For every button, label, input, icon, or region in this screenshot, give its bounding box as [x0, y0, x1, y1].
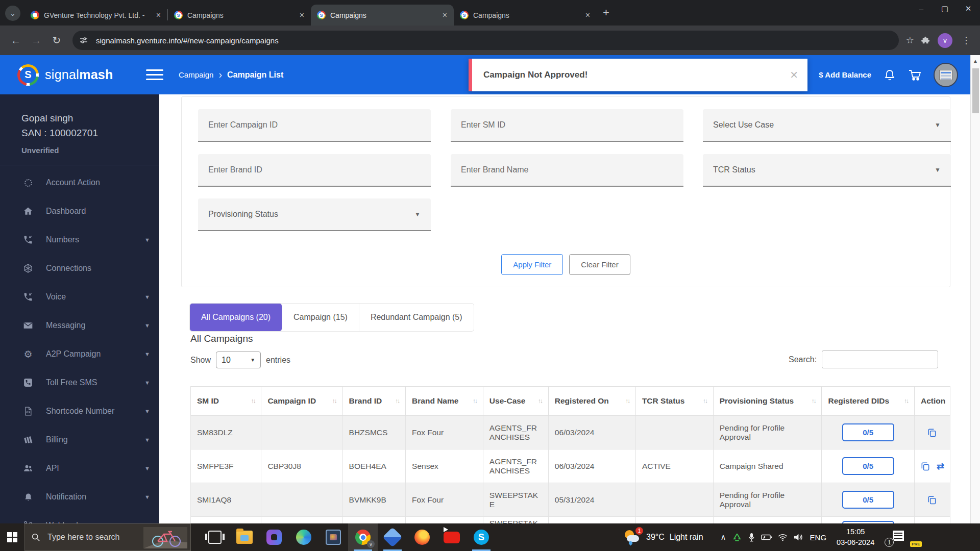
- search-input[interactable]: [822, 350, 938, 368]
- tab-close-icon[interactable]: ×: [441, 11, 449, 20]
- close-window-button[interactable]: ✕: [957, 0, 980, 17]
- col-campaign-id[interactable]: Campaign ID↑↓: [261, 387, 342, 416]
- browser-tab-gventure[interactable]: GVenture Technology Pvt. Ltd. - ×: [24, 5, 167, 26]
- sort-icon[interactable]: ↑↓: [703, 397, 707, 405]
- registered-dids-button[interactable]: 0/5: [842, 491, 894, 509]
- teams-app-button[interactable]: [378, 523, 407, 551]
- sort-icon[interactable]: ↑↓: [473, 397, 477, 405]
- sidebar-item-account-action[interactable]: Account Action: [0, 168, 159, 197]
- scroll-up-icon[interactable]: ▲: [971, 55, 980, 64]
- tab-campaign[interactable]: Campaign (15): [282, 304, 359, 331]
- edge-button[interactable]: [289, 523, 318, 551]
- user-avatar[interactable]: [934, 63, 958, 87]
- taskbar-search[interactable]: [24, 523, 191, 551]
- volume-icon[interactable]: [793, 533, 803, 541]
- apply-filter-button[interactable]: Apply Filter: [501, 254, 563, 275]
- notifications-bell-icon[interactable]: [884, 69, 896, 81]
- chrome-button[interactable]: v: [348, 523, 378, 551]
- skype-button[interactable]: S: [467, 523, 496, 551]
- sort-icon[interactable]: ↑↓: [251, 397, 255, 405]
- maximize-button[interactable]: ▢: [933, 0, 957, 17]
- address-bar[interactable]: signalmash.gventure.info/#/new-campaign/…: [72, 31, 899, 50]
- site-info-icon[interactable]: [77, 33, 91, 47]
- copy-campaign-icon[interactable]: [920, 461, 930, 471]
- taskbar-search-input[interactable]: [46, 532, 133, 542]
- copy-campaign-icon[interactable]: [927, 428, 937, 438]
- browser-tab-campaigns-3[interactable]: Campaigns ×: [454, 5, 597, 26]
- sidebar-item-notification[interactable]: Notification ▼: [0, 483, 159, 511]
- tcr-status-select[interactable]: TCR Status ▼: [703, 154, 951, 187]
- tab-close-icon[interactable]: ×: [155, 11, 162, 20]
- youtube-button[interactable]: [437, 523, 467, 551]
- use-case-select[interactable]: Select Use Case ▼: [703, 109, 951, 142]
- registered-dids-button[interactable]: 0/5: [842, 457, 894, 475]
- battery-icon[interactable]: [761, 534, 772, 541]
- minimize-button[interactable]: –: [910, 0, 933, 17]
- language-indicator[interactable]: ENG: [810, 533, 827, 542]
- sidebar-item-shortcode-number[interactable]: Shortcode Number ▼: [0, 397, 159, 425]
- sidebar-item-connections[interactable]: Connections: [0, 254, 159, 283]
- photo-viewer-button[interactable]: [318, 523, 348, 551]
- new-tab-button[interactable]: +: [603, 6, 609, 19]
- tab-redundant-campaign[interactable]: Redundant Campaign (5): [359, 304, 474, 331]
- clear-filter-button[interactable]: Clear Filter: [569, 254, 630, 275]
- col-brand-name[interactable]: Brand Name↑↓: [406, 387, 483, 416]
- sidebar-item-api[interactable]: API ▼: [0, 454, 159, 483]
- wifi-icon[interactable]: [778, 534, 788, 541]
- campaign-id-input[interactable]: [198, 109, 431, 142]
- sort-icon[interactable]: ↑↓: [625, 397, 629, 405]
- page-scrollbar[interactable]: ▲: [970, 55, 980, 523]
- copy-campaign-icon[interactable]: [927, 495, 937, 505]
- sidebar-item-a2p-campaign[interactable]: ⚙ A2P Campaign ▼: [0, 340, 159, 368]
- firefox-button[interactable]: [407, 523, 437, 551]
- back-icon[interactable]: ←: [7, 32, 24, 49]
- col-brand-id[interactable]: Brand ID↑↓: [342, 387, 406, 416]
- tab-search-button[interactable]: ⌄: [5, 6, 20, 21]
- tab-all-campaigns[interactable]: All Campaigns (20): [190, 304, 282, 331]
- copilot-button[interactable]: PRE: [913, 529, 930, 546]
- browser-profile-avatar[interactable]: v: [938, 33, 952, 48]
- sort-icon[interactable]: ↑↓: [395, 397, 399, 405]
- add-balance-button[interactable]: $ Add Balance: [819, 70, 871, 79]
- brand-id-input[interactable]: [198, 154, 431, 187]
- swap-campaign-icon[interactable]: ⇄: [937, 461, 944, 472]
- tab-close-icon[interactable]: ×: [298, 11, 306, 20]
- sm-id-input[interactable]: [451, 109, 683, 142]
- browser-tab-campaigns-active[interactable]: Campaigns ×: [311, 5, 454, 26]
- bookmark-star-icon[interactable]: ☆: [906, 35, 914, 46]
- recycle-icon[interactable]: [732, 532, 742, 542]
- hamburger-menu-icon[interactable]: [146, 69, 163, 80]
- sort-icon[interactable]: ↑↓: [904, 397, 908, 405]
- col-use-case[interactable]: Use-Case↑↓: [483, 387, 548, 416]
- sort-icon[interactable]: ↑↓: [332, 397, 336, 405]
- tray-chevron-up-icon[interactable]: ∧: [721, 533, 726, 542]
- file-explorer-button[interactable]: [230, 523, 259, 551]
- brand-name-input[interactable]: [451, 154, 683, 187]
- browser-tab-campaigns-1[interactable]: Campaigns ×: [168, 5, 311, 26]
- sidebar-item-dashboard[interactable]: Dashboard: [0, 197, 159, 226]
- task-view-button[interactable]: [200, 523, 230, 551]
- scrollbar-thumb[interactable]: [972, 68, 979, 113]
- forward-icon[interactable]: →: [28, 32, 45, 49]
- notification-center-button[interactable]: 1: [887, 530, 904, 545]
- page-size-select[interactable]: 10 ▼: [216, 352, 261, 368]
- weather-widget[interactable]: 1 39°C Light rain: [624, 529, 703, 545]
- col-provisioning-status[interactable]: Provisioning Status↑↓: [713, 387, 822, 416]
- sort-icon[interactable]: ↑↓: [538, 397, 542, 405]
- tab-close-icon[interactable]: ×: [584, 11, 592, 20]
- taskbar-clock[interactable]: 15:05 03-06-2024: [837, 527, 874, 548]
- col-registered-dids[interactable]: Registered DIDs↑↓: [822, 387, 915, 416]
- breadcrumb-section[interactable]: Campaign: [179, 70, 213, 79]
- toast-close-icon[interactable]: ✕: [790, 69, 798, 81]
- sidebar-item-messaging[interactable]: Messaging ▼: [0, 311, 159, 340]
- registered-dids-button[interactable]: 0/5: [842, 423, 894, 441]
- sidebar-item-voice[interactable]: Voice ▼: [0, 283, 159, 311]
- reload-icon[interactable]: ↻: [48, 32, 65, 49]
- sort-icon[interactable]: ↑↓: [811, 397, 815, 405]
- provisioning-status-select[interactable]: Provisioning Status ▼: [198, 198, 431, 231]
- col-tcr-status[interactable]: TCR Status↑↓: [635, 387, 713, 416]
- cart-icon[interactable]: [908, 69, 921, 81]
- microphone-icon[interactable]: [748, 533, 755, 542]
- col-registered-on[interactable]: Registered On↑↓: [548, 387, 635, 416]
- extensions-icon[interactable]: [921, 36, 930, 45]
